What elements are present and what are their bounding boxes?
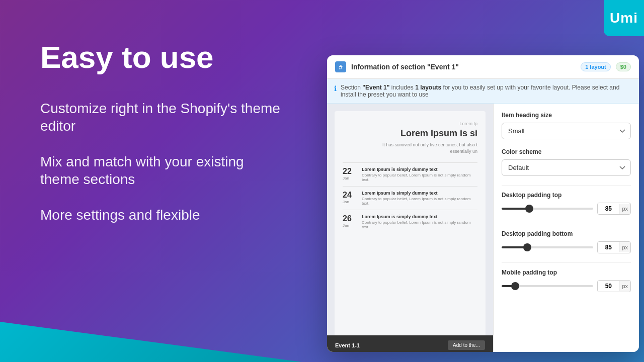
divider-1: [502, 185, 631, 186]
color-scheme-select[interactable]: Default Dark Light: [502, 159, 631, 176]
heading-size-label: Item heading size: [502, 112, 631, 119]
mobile-padding-top-input[interactable]: [598, 281, 619, 292]
settings-pane: Item heading size Small Medium Large Col…: [493, 104, 639, 352]
modal-content: Lorem Ip Lorem Ipsum is si It has surviv…: [327, 104, 639, 352]
umi-logo-text: Umi: [610, 10, 638, 26]
mobile-padding-top-group: Mobile padding top px: [502, 269, 631, 292]
preview-bottom-bar: Event 1-1 Add to the...: [327, 335, 493, 352]
divider-2: [502, 224, 631, 224]
event-row-3: 26 Jan Lorem Ipsum is simply dummy text …: [343, 210, 477, 233]
desktop-padding-bottom-label: Desktop padding bottom: [502, 230, 631, 237]
divider-3: [502, 262, 631, 263]
desktop-padding-top-track[interactable]: [502, 208, 593, 210]
desktop-padding-bottom-unit: px: [619, 242, 630, 252]
preview-pane: Lorem Ip Lorem Ipsum is si It has surviv…: [327, 104, 493, 352]
mobile-padding-top-track[interactable]: [502, 285, 593, 287]
badge-price: $0: [616, 62, 631, 71]
event-info-2: Lorem Ipsum is simply dummy text Contrar…: [362, 191, 477, 206]
feature-item-2: Mix and match with your existing theme s…: [40, 153, 282, 188]
badge-layout: 1 layout: [581, 62, 611, 71]
event-date-1: 22 Jan: [343, 167, 357, 182]
color-scheme-group: Color scheme Default Dark Light: [502, 148, 631, 176]
modal-hash-icon: #: [335, 61, 346, 72]
mobile-padding-top-unit: px: [619, 281, 630, 291]
color-scheme-label: Color scheme: [502, 148, 631, 155]
desktop-padding-bottom-input[interactable]: [598, 242, 619, 253]
event-row-2: 24 Jan Lorem Ipsum is simply dummy text …: [343, 186, 477, 210]
ui-modal-panel: # Information of section "Event 1" 1 lay…: [327, 55, 639, 352]
desktop-padding-top-input[interactable]: [598, 203, 619, 214]
event-date-3: 26 Jan: [343, 214, 357, 229]
preview-lorem-small: Lorem Ip: [343, 121, 477, 126]
preview-event-label: Event 1-1: [335, 342, 360, 348]
preview-inner: Lorem Ip Lorem Ipsum is si It has surviv…: [335, 111, 486, 347]
desktop-padding-top-thumb[interactable]: [525, 205, 533, 213]
desktop-padding-bottom-group: Desktop padding bottom px: [502, 230, 631, 253]
preview-subtext: It has survived not only five centuries,…: [343, 142, 477, 154]
mobile-padding-top-slider-row: px: [502, 280, 631, 292]
preview-heading: Lorem Ipsum is si: [343, 128, 477, 139]
desktop-padding-top-unit: px: [619, 204, 630, 214]
desktop-padding-top-group: Desktop padding top px: [502, 192, 631, 215]
left-panel: Easy to use Customize right in the Shopi…: [0, 0, 312, 362]
desktop-padding-top-slider-row: px: [502, 203, 631, 215]
desktop-padding-top-input-wrap: px: [597, 203, 631, 215]
heading-size-select[interactable]: Small Medium Large: [502, 123, 631, 139]
event-row-1: 22 Jan Lorem Ipsum is simply dummy text …: [343, 162, 477, 186]
add-to-button[interactable]: Add to the...: [448, 340, 485, 350]
info-text: Section "Event 1" includes 1 layouts for…: [341, 84, 632, 98]
modal-header: # Information of section "Event 1" 1 lay…: [327, 55, 639, 79]
mobile-padding-top-input-wrap: px: [597, 280, 631, 292]
modal-title: Information of section "Event 1": [351, 63, 576, 71]
feature-item-1: Customize right in the Shopify's theme e…: [40, 100, 282, 135]
info-bar: ℹ Section "Event 1" includes 1 layouts f…: [327, 79, 639, 104]
main-title: Easy to use: [40, 40, 282, 74]
modal-section-name: "Event 1": [427, 63, 459, 71]
desktop-padding-bottom-input-wrap: px: [597, 241, 631, 253]
mobile-padding-top-label: Mobile padding top: [502, 269, 631, 276]
umi-logo: Umi: [604, 0, 644, 36]
feature-item-3: More settings and flexible: [40, 206, 282, 224]
event-info-3: Lorem Ipsum is simply dummy text Contrar…: [362, 214, 477, 229]
desktop-padding-bottom-slider-row: px: [502, 241, 631, 253]
info-icon: ℹ: [334, 84, 337, 93]
event-date-2: 24 Jan: [343, 191, 357, 206]
heading-size-group: Item heading size Small Medium Large: [502, 112, 631, 139]
desktop-padding-top-label: Desktop padding top: [502, 192, 631, 199]
desktop-padding-bottom-track[interactable]: [502, 246, 593, 248]
desktop-padding-bottom-thumb[interactable]: [523, 243, 531, 251]
feature-list: Customize right in the Shopify's theme e…: [40, 100, 282, 224]
event-info-1: Lorem Ipsum is simply dummy text Contrar…: [362, 167, 477, 182]
mobile-padding-top-thumb[interactable]: [511, 282, 519, 290]
